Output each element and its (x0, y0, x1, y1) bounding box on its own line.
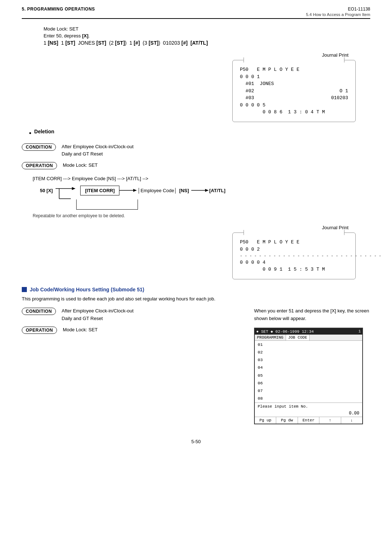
screen-row-04: 04 (255, 364, 362, 371)
condition-badge-1: CONDITION (22, 143, 56, 151)
svg-marker-5 (133, 189, 137, 192)
journal-line: 0 0 9 1 1 5 : 5 3 T M (240, 266, 348, 273)
journal-line: 0 0 0 0 5 (240, 102, 348, 109)
journal-line: #02O 1 (240, 88, 348, 95)
operation-badge-2: OPERATION (22, 327, 57, 334)
operation-text-2: Mode Lock: SET (63, 326, 98, 334)
screen-row-02: 02 (255, 348, 362, 356)
submode-desc: This programming is used to define each … (22, 295, 370, 303)
blue-square-icon (22, 287, 27, 292)
condition-right-text: When you enter 51 and depress the [X] ke… (254, 307, 370, 323)
screen-btn-pgup[interactable]: Pg up (255, 417, 276, 424)
screen-tab-jobcode: JOB CODE (286, 335, 310, 340)
page-number: 5-50 (191, 439, 201, 444)
journal-line: 0 0 0 1 (240, 73, 348, 81)
journal-line: P50 E M P L O Y E E (240, 239, 348, 246)
journal-box-2: P50 E M P L O Y E E 0 0 0 2 - - - - - - … (232, 232, 356, 279)
svg-marker-1 (72, 187, 75, 190)
page-footer: 5-50 (22, 439, 370, 444)
flow-connector-svg (56, 181, 77, 199)
chapter-title: 5. PROGRAMMING OPERATIONS (22, 7, 95, 12)
svg-marker-7 (205, 189, 209, 192)
doc-number: EO1-11138 (306, 7, 370, 12)
operation-row-1: OPERATION Mode Lock: SET (22, 162, 370, 169)
deletion-title: Deletion (34, 129, 54, 134)
mode-lock-line1: Mode Lock: SET (44, 26, 370, 32)
screen-rows: 01 02 03 04 05 06 07 08 (255, 341, 362, 403)
screen-row-07: 07 (255, 387, 362, 395)
submode-right-col: When you enter 51 and depress the [X] ke… (254, 307, 370, 424)
flow-diagram-1: [ITEM CORR] ---> Employee Code [NS] --->… (33, 176, 370, 210)
journal-box-1: P50 E M P L O Y E E 0 0 0 1 #01 JONES #0… (232, 60, 356, 122)
journal-line: - - - - - - - - - - - - - - - - - - - - … (240, 253, 348, 259)
flow-arrow-svg2 (191, 187, 209, 194)
screen-header: ● SET ◆ 02-06-1999 12:34 1 (255, 328, 362, 335)
command-line: 1 [NS] 1 [ST] JONES [ST] (2 [ST]) 1 [#] … (44, 40, 370, 46)
submode-title: Job Code/Working Hours Setting (Submode … (30, 287, 144, 292)
screen-row-01: 01 (255, 341, 362, 348)
screen-btn-up[interactable]: ↑ (319, 417, 341, 424)
flow-employee-code: │Employee Code│ (138, 188, 177, 193)
flow-attl: [AT/TL] (209, 188, 226, 193)
screen-value: 0.00 (255, 410, 362, 417)
repeatable-note: Repeatable for another employee to be de… (33, 213, 370, 218)
main-content: Mode Lock: SET Enter 50, depress [X]. 1 … (22, 26, 370, 444)
screen-footer-note: Please input item No. (255, 403, 362, 410)
mode-lock-line2: Enter 50, depress [X]. (44, 33, 370, 39)
journal-line: P50 E M P L O Y E E (240, 66, 348, 73)
journal-label-2: Journal Print (322, 225, 348, 230)
screen-row-06: 06 (255, 379, 362, 387)
journal-line: 0 0 0 2 (240, 246, 348, 253)
flow-arrow-svg1 (119, 187, 138, 194)
flow-ns: [NS] (179, 188, 189, 193)
screen-btn-down[interactable]: ↓ (341, 417, 362, 424)
submode-two-col: CONDITION After Employee Clock-in/Clock-… (22, 307, 370, 424)
journal-label-1: Journal Print (322, 52, 348, 58)
journal-line: #03010203 (240, 94, 348, 102)
screen-btn-pgdw[interactable]: Pg dw (276, 417, 298, 424)
screen-row-05: 05 (255, 372, 362, 379)
operation-row-2: OPERATION Mode Lock: SET (22, 326, 243, 334)
screen-display: ● SET ◆ 02-06-1999 12:34 1 PROGRAMMING J… (254, 328, 363, 424)
section-title: 5.4 How to Access a Program Item (306, 12, 370, 17)
flow-item-corr: [ITEM CORR] (80, 186, 119, 195)
condition-row-2: CONDITION After Employee Clock-in/Clock-… (22, 307, 243, 323)
journal-line: 0 0 0 0 4 (240, 259, 348, 266)
submode-heading: Job Code/Working Hours Setting (Submode … (22, 287, 370, 292)
journal-line: #01 JONES (240, 80, 348, 88)
screen-title-row: PROGRAMMING JOB CODE (255, 335, 362, 341)
screen-buttons: Pg up Pg dw Enter ↑ ↓ (255, 417, 362, 424)
bullet-icon: • (29, 130, 31, 137)
submode-left-col: CONDITION After Employee Clock-in/Clock-… (22, 307, 243, 337)
condition-text-1: After Employee Clock-in/Clock-out Daily … (62, 143, 134, 158)
screen-row-03: 03 (255, 356, 362, 364)
condition-badge-2: CONDITION (22, 308, 56, 315)
condition-text-2: After Employee Clock-in/Clock-out Daily … (62, 307, 134, 323)
flow-start: 50 [X] (40, 188, 53, 193)
condition-row-1: CONDITION After Employee Clock-in/Clock-… (22, 143, 370, 158)
journal-print-2: Journal Print P50 E M P L O Y E E 0 0 0 … (22, 225, 370, 279)
screen-tab-programming: PROGRAMMING (255, 335, 286, 340)
operation-badge-1: OPERATION (22, 162, 57, 169)
page-header: 5. PROGRAMMING OPERATIONS EO1-11138 5.4 … (22, 0, 370, 19)
deletion-section: • Deletion CONDITION After Employee Cloc… (22, 129, 370, 279)
journal-print-1: Journal Print P50 E M P L O Y E E 0 0 0 … (22, 52, 370, 122)
page-container: 5. PROGRAMMING OPERATIONS EO1-11138 5.4 … (0, 0, 392, 554)
screen-row-08: 08 (255, 395, 362, 402)
operation-text-1: Mode Lock: SET (63, 162, 98, 169)
screen-btn-enter[interactable]: Enter (298, 417, 319, 424)
journal-line: 0 0 8 6 1 3 : 0 4 T M (240, 109, 348, 116)
